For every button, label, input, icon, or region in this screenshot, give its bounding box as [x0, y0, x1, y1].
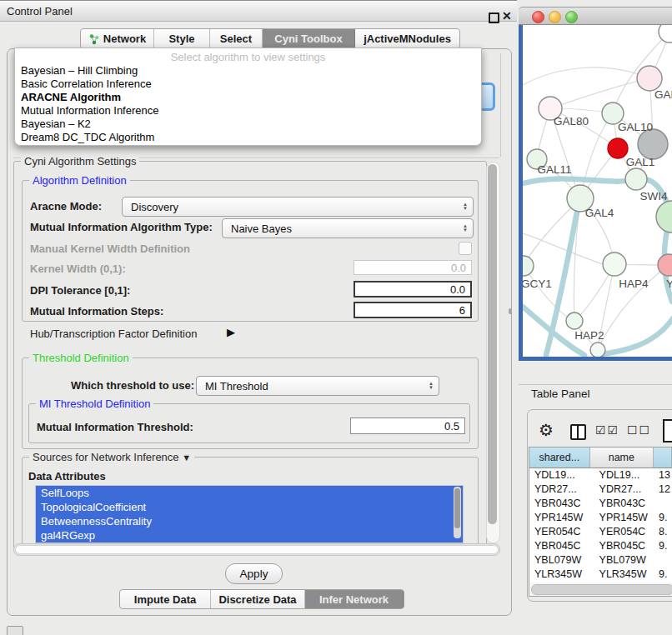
stepper-icon: ▲▼	[424, 382, 439, 390]
mi-threshold-definition-title: MI Threshold Definition	[36, 398, 153, 410]
node[interactable]	[637, 66, 662, 91]
which-threshold-label: Which threshold to use:	[71, 379, 194, 392]
tab-discretize-data[interactable]: Discretize Data	[211, 590, 305, 608]
tab-jactivemnodules[interactable]: jActiveMNodules	[355, 29, 459, 48]
algorithm-option[interactable]: Bayesian – Hill Climbing	[15, 64, 481, 78]
node[interactable]	[659, 25, 672, 42]
kernel-width-field[interactable]: 0.0	[354, 260, 472, 275]
mi-steps-label: Mutual Information Steps:	[30, 305, 163, 318]
column-header-name[interactable]: name	[590, 448, 654, 468]
tab-network-label: Network	[103, 32, 146, 45]
tab-infer-network[interactable]: Infer Network	[305, 590, 404, 608]
stepper-icon: ▲▼	[458, 224, 473, 232]
network-window-titlebar[interactable]	[519, 7, 672, 25]
network-canvas[interactable]: GAL GAL80 GAL10 GAL1 SWI4 GAL11 GAL4 GCY…	[523, 25, 672, 357]
algorithm-dropdown-popup: Select algorithm to view settings Bayesi…	[14, 48, 482, 146]
close-traffic-light[interactable]	[532, 11, 544, 23]
document-icon[interactable]	[663, 419, 672, 442]
close-icon[interactable]: ✕	[502, 9, 512, 22]
dpi-tolerance-field[interactable]: 0.0	[354, 281, 472, 298]
mi-threshold-label: Mutual Information Threshold:	[37, 421, 193, 433]
deselect-all-checkboxes-icon[interactable]: ☐☐	[627, 423, 651, 437]
minimized-panel-icon[interactable]	[7, 626, 23, 635]
apply-button[interactable]: Apply	[225, 563, 283, 584]
attribute-item[interactable]: SelfLoops	[36, 486, 463, 500]
zoom-traffic-light[interactable]	[565, 11, 578, 23]
splitter-handle[interactable]	[509, 308, 512, 314]
node-gal1[interactable]	[625, 168, 647, 190]
svg-text:GAL1: GAL1	[626, 156, 655, 168]
hub-section-label: Hub/Transcription Factor Definition	[30, 328, 197, 340]
attribute-item[interactable]: BetweennessCentrality	[36, 514, 463, 528]
tab-style[interactable]: Style	[154, 29, 210, 48]
settings-scrollbar-thumb[interactable]	[488, 164, 497, 524]
manual-kernel-checkbox[interactable]	[459, 242, 472, 255]
dpi-tolerance-label: DPI Tolerance [0,1]:	[30, 284, 130, 297]
tab-network[interactable]: Network	[81, 29, 154, 48]
select-all-checkboxes-icon[interactable]: ☑☑	[595, 423, 619, 437]
algorithm-definition-title: Algorithm Definition	[29, 174, 130, 187]
control-panel-tabbar: Network Style Select Cyni Toolbox jActiv…	[80, 28, 460, 49]
svg-text:GAL80: GAL80	[554, 115, 589, 128]
node[interactable]	[590, 342, 605, 357]
mi-type-label: Mutual Information Algorithm Type:	[30, 221, 213, 233]
table-row[interactable]: YLR345WYLR345W9.	[529, 568, 672, 582]
node-hap4[interactable]	[603, 252, 626, 276]
tab-impute-data[interactable]: Impute Data	[120, 590, 211, 608]
mi-type-select[interactable]: Naive Bayes ▲▼	[222, 218, 474, 238]
settings-group-title: Cyni Algorithm Settings	[21, 155, 139, 168]
column-header-shared-name[interactable]: shared...	[529, 448, 590, 468]
algorithm-option[interactable]: Bayesian – K2	[15, 118, 481, 131]
split-columns-icon[interactable]	[570, 424, 586, 440]
gear-icon[interactable]: ⚙	[539, 420, 554, 440]
which-threshold-select[interactable]: MI Threshold ▲▼	[196, 376, 439, 396]
sources-group-title: Sources for Network Inference ▼	[29, 451, 194, 463]
node-swi4[interactable]	[656, 201, 672, 232]
table-row[interactable]: YBR045CYBR045C9.	[529, 539, 672, 553]
aracne-mode-select[interactable]: Discovery ▲▼	[122, 197, 474, 217]
table-row[interactable]: YBL079WYBL079W	[529, 553, 672, 568]
node-selected[interactable]	[608, 138, 628, 158]
float-window-icon[interactable]	[489, 12, 499, 23]
attribute-list-scrollbar-thumb[interactable]	[454, 488, 460, 528]
algorithm-option[interactable]: Basic Correlation Inference	[15, 78, 481, 91]
table-hscrollbar-thumb[interactable]	[531, 584, 672, 595]
algorithm-option[interactable]: Dream8 DC_TDC Algorithm	[15, 131, 481, 144]
tab-cyni-toolbox[interactable]: Cyni Toolbox	[263, 29, 355, 48]
hub-expand-arrow-icon[interactable]: ▶	[227, 326, 235, 338]
algorithm-placeholder: Select algorithm to view settings	[15, 50, 481, 64]
mi-steps-field[interactable]: 6	[354, 302, 472, 318]
network-window: GAL GAL80 GAL10 GAL1 SWI4 GAL11 GAL4 GCY…	[519, 7, 672, 361]
attribute-item[interactable]: TopologicalCoefficient	[36, 500, 463, 514]
attribute-item[interactable]: gal4RGexp	[36, 528, 463, 542]
node-table: shared... name YDL19...YDL19...13 YDR27.…	[529, 447, 672, 597]
settings-hscrollbar-thumb[interactable]	[15, 545, 499, 554]
aracne-mode-label: Aracne Mode:	[30, 200, 102, 212]
node[interactable]	[638, 129, 668, 159]
node-hap2[interactable]	[566, 312, 583, 329]
column-header-partial[interactable]	[654, 448, 672, 468]
svg-text:GAL4: GAL4	[585, 207, 614, 219]
settings-hscrollbar[interactable]	[13, 543, 500, 556]
data-attributes-list: SelfLoops TopologicalCoefficient Between…	[35, 485, 464, 543]
bottom-tabbar: Impute Data Discretize Data Infer Networ…	[119, 589, 404, 609]
svg-text:GAL11: GAL11	[537, 163, 571, 176]
table-row[interactable]: YER054CYER054C8.	[529, 525, 672, 539]
mi-threshold-field[interactable]: 0.5	[350, 418, 465, 434]
svg-text:SWI4: SWI4	[639, 190, 667, 202]
algorithm-option-selected[interactable]: ARACNE Algorithm	[15, 91, 481, 104]
table-row[interactable]: YPR145WYPR145W9.	[529, 511, 672, 525]
sources-collapse-arrow-icon[interactable]: ▼	[182, 452, 191, 462]
table-row[interactable]: YDR27...YDR27...12	[529, 482, 672, 497]
network-window-frame: GAL GAL80 GAL10 GAL1 SWI4 GAL11 GAL4 GCY…	[519, 25, 672, 361]
table-row[interactable]: YBR043CYBR043C	[529, 497, 672, 511]
control-panel-titlebar[interactable]: Control Panel	[0, 0, 517, 22]
kernel-width-label: Kernel Width (0,1):	[30, 262, 126, 275]
table-row[interactable]: YDL19...YDL19...13	[529, 468, 672, 482]
algorithm-option[interactable]: Mutual Information Inference	[15, 104, 481, 118]
svg-text:GCY1: GCY1	[523, 278, 552, 290]
tab-select[interactable]: Select	[210, 29, 263, 48]
hidden-groupbox-edge	[500, 53, 501, 157]
node-gcy1[interactable]	[523, 256, 534, 276]
minimize-traffic-light[interactable]	[549, 11, 561, 23]
